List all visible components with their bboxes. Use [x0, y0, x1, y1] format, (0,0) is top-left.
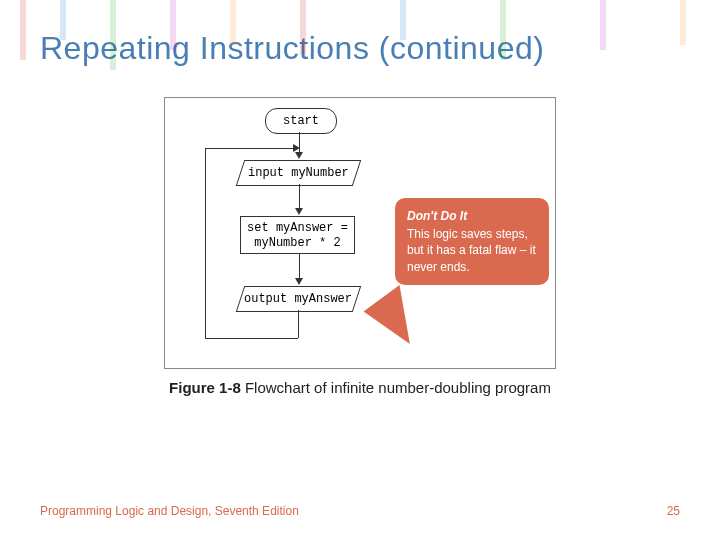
warning-callout: Don't Do It This logic saves steps, but …: [395, 198, 549, 285]
flowchart-output: output myAnswer: [236, 286, 361, 312]
loop-line: [205, 148, 298, 149]
page-number: 25: [667, 504, 680, 518]
arrow-down-icon: [295, 208, 303, 215]
figure-caption: Figure 1-8 Flowchart of infinite number-…: [0, 379, 720, 396]
footer-text: Programming Logic and Design, Seventh Ed…: [40, 504, 299, 518]
callout-body: This logic saves steps, but it has a fat…: [407, 227, 536, 273]
loop-line: [205, 148, 206, 338]
arrow-down-icon: [295, 278, 303, 285]
flow-arrow: [299, 184, 300, 210]
loop-line: [205, 338, 298, 339]
flowchart-diagram: start input myNumber set myAnswer = myNu…: [164, 97, 556, 369]
output-label: output myAnswer: [244, 287, 352, 311]
caption-text: Flowchart of infinite number-doubling pr…: [241, 379, 551, 396]
flowchart-input: input myNumber: [236, 160, 361, 186]
input-label: input myNumber: [248, 161, 349, 185]
flowchart-start: start: [265, 108, 337, 134]
flow-arrow: [299, 254, 300, 280]
process-line2: myNumber * 2: [254, 236, 340, 250]
caption-label: Figure 1-8: [169, 379, 241, 396]
callout-heading: Don't Do It: [407, 208, 537, 224]
arrow-down-icon: [295, 152, 303, 159]
arrow-right-icon: [293, 144, 300, 152]
callout-pointer: [360, 285, 410, 351]
slide-title: Repeating Instructions (continued): [0, 0, 720, 77]
loop-line: [298, 310, 299, 338]
flowchart-process: set myAnswer = myNumber * 2: [240, 216, 355, 254]
process-line1: set myAnswer =: [247, 221, 348, 235]
